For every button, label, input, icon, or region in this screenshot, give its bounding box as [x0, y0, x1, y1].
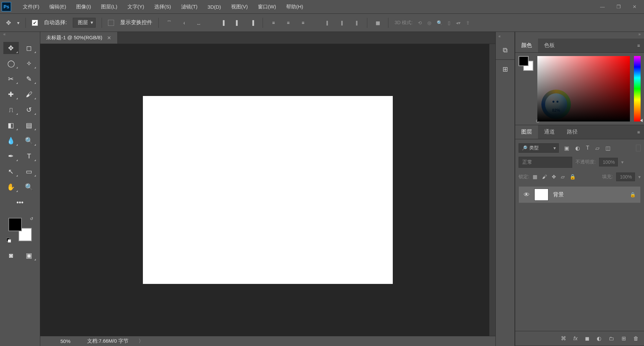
history-panel-icon[interactable]: ⧉: [498, 43, 512, 57]
type-tool[interactable]: T: [21, 150, 37, 162]
delete-layer-icon[interactable]: 🗑: [633, 336, 639, 342]
layers-panel-menu-icon[interactable]: ≡: [633, 130, 644, 135]
vertical-scrollbar[interactable]: [489, 44, 495, 336]
document-info[interactable]: 文档:7.66M/0 字节: [87, 338, 128, 344]
align-vcenter-icon[interactable]: ⫞: [179, 19, 188, 27]
brush-tool[interactable]: 🖌: [21, 88, 37, 100]
zoom-3d-icon[interactable]: 🔍: [437, 20, 442, 26]
path-selection-tool[interactable]: ↖: [3, 165, 19, 178]
new-layer-icon[interactable]: ⊞: [622, 335, 626, 342]
tab-layers[interactable]: 图层: [515, 125, 538, 139]
filter-shape-icon[interactable]: ▱: [595, 145, 599, 151]
hue-slider[interactable]: [634, 56, 641, 121]
tab-channels[interactable]: 通道: [538, 125, 561, 139]
hand-tool[interactable]: ✋: [3, 181, 19, 193]
layer-style-icon[interactable]: fx: [574, 336, 578, 342]
swap-colors-icon[interactable]: ↺: [30, 216, 33, 221]
history-brush-tool[interactable]: ↺: [21, 104, 37, 116]
orbit-3d-icon[interactable]: ⟲: [418, 20, 422, 26]
close-window-button[interactable]: ✕: [627, 2, 642, 12]
auto-align-icon[interactable]: ▦: [373, 19, 382, 27]
layer-mask-icon[interactable]: ◼: [585, 335, 589, 342]
align-top-icon[interactable]: ⎴: [165, 19, 173, 27]
view-3d-icon[interactable]: ▯: [448, 20, 450, 26]
tool-preset-dropdown-icon[interactable]: ▾: [17, 20, 19, 26]
fill-dropdown-icon[interactable]: ▾: [638, 174, 641, 180]
adjustment-layer-icon[interactable]: ◐: [597, 335, 601, 342]
lock-position-icon[interactable]: ✥: [552, 174, 556, 180]
pen-tool[interactable]: ✒: [3, 150, 19, 162]
menu-type[interactable]: 文字(Y): [122, 2, 149, 12]
distribute-hcenter-icon[interactable]: ‖: [337, 19, 346, 27]
menu-window[interactable]: 窗口(W): [253, 2, 281, 12]
dock-collapse-icon[interactable]: «: [496, 34, 501, 41]
show-transform-checkbox[interactable]: ✔: [108, 20, 114, 26]
properties-panel-icon[interactable]: ⊞: [498, 62, 512, 76]
locked-indicator-icon[interactable]: 🔒: [630, 192, 636, 197]
shape-tool[interactable]: ▭: [21, 165, 37, 178]
filter-adjustment-icon[interactable]: ◐: [575, 145, 580, 151]
menu-image[interactable]: 图像(I): [71, 2, 96, 12]
tab-color[interactable]: 颜色: [515, 39, 538, 52]
visibility-toggle-icon[interactable]: 👁: [524, 191, 530, 198]
quick-mask-tool[interactable]: ◙: [3, 249, 19, 261]
document-tab[interactable]: 未标题-1 @ 50%(RGB/8) ✕: [40, 32, 118, 44]
distribute-bottom-icon[interactable]: ≡: [299, 19, 307, 27]
filter-type-icon[interactable]: T: [586, 145, 589, 151]
menu-help[interactable]: 帮助(H): [281, 2, 308, 12]
menu-view[interactable]: 视图(V): [226, 2, 253, 12]
magic-wand-tool[interactable]: ✧: [21, 57, 37, 69]
menu-layer[interactable]: 图层(L): [96, 2, 122, 12]
menu-filter[interactable]: 滤镜(T): [176, 2, 203, 12]
move-tool[interactable]: ✥: [3, 42, 19, 54]
share-icon[interactable]: ⇪: [466, 20, 470, 26]
distribute-vcenter-icon[interactable]: ≡: [284, 19, 292, 27]
align-left-icon[interactable]: ▐: [218, 19, 227, 27]
status-menu-icon[interactable]: 〉: [139, 338, 144, 344]
healing-brush-tool[interactable]: ✚: [3, 88, 19, 100]
lasso-tool[interactable]: ◯: [3, 57, 19, 69]
auto-select-target-dropdown[interactable]: 图层: [73, 18, 96, 28]
dodge-tool[interactable]: 🔍: [21, 135, 37, 147]
fg-color-preview[interactable]: [519, 56, 529, 66]
link-layers-icon[interactable]: ⌘: [561, 335, 566, 342]
gradient-tool[interactable]: ▤: [21, 119, 37, 131]
lock-transparency-icon[interactable]: ▦: [533, 174, 537, 180]
marquee-tool[interactable]: ◻: [21, 42, 37, 54]
distribute-left-icon[interactable]: ‖: [323, 19, 331, 27]
default-colors-icon[interactable]: [6, 238, 11, 243]
distribute-right-icon[interactable]: ‖: [352, 19, 361, 27]
pan-3d-icon[interactable]: ◎: [427, 20, 431, 26]
tab-paths[interactable]: 路径: [561, 125, 584, 139]
canvas-viewport[interactable]: [40, 44, 495, 336]
auto-select-checkbox[interactable]: ✔: [32, 20, 38, 26]
lock-all-icon[interactable]: 🔒: [570, 174, 576, 180]
assistant-bubble-overlay[interactable]: 82%: [541, 90, 571, 119]
dropdown-3d-icon[interactable]: ◂▾: [456, 20, 461, 26]
lock-image-icon[interactable]: 🖌: [542, 174, 547, 180]
tab-swatches[interactable]: 色板: [538, 39, 561, 52]
menu-edit[interactable]: 编辑(E): [44, 2, 71, 12]
menu-file[interactable]: 文件(F): [18, 2, 44, 12]
toolbar-collapse-icon[interactable]: «: [0, 32, 40, 39]
align-hcenter-icon[interactable]: ▌: [233, 19, 242, 27]
layer-item[interactable]: 👁 背景 🔒: [519, 186, 641, 203]
clone-stamp-tool[interactable]: ⎍: [3, 104, 19, 116]
fill-value-input[interactable]: 100%: [616, 172, 635, 181]
panels-collapse-icon[interactable]: »: [515, 32, 644, 39]
blur-tool[interactable]: 💧: [3, 135, 19, 147]
filter-smart-icon[interactable]: ◫: [605, 145, 610, 151]
blend-mode-dropdown[interactable]: 正常: [519, 157, 572, 168]
opacity-dropdown-icon[interactable]: ▾: [621, 159, 624, 165]
screen-mode-tool[interactable]: ▣: [21, 249, 37, 261]
color-field-picker[interactable]: 82%: [537, 56, 630, 121]
maximize-button[interactable]: ❐: [611, 2, 626, 12]
foreground-color-swatch[interactable]: [8, 218, 22, 231]
menu-3d[interactable]: 3D(D): [203, 2, 226, 12]
zoom-tool[interactable]: 🔍: [21, 181, 37, 193]
layer-thumbnail[interactable]: [534, 189, 548, 201]
zoom-level[interactable]: 50%: [54, 338, 77, 344]
color-panel-menu-icon[interactable]: ≡: [633, 43, 644, 48]
eraser-tool[interactable]: ◧: [3, 119, 19, 131]
foreground-background-colors[interactable]: ↺: [8, 218, 32, 241]
